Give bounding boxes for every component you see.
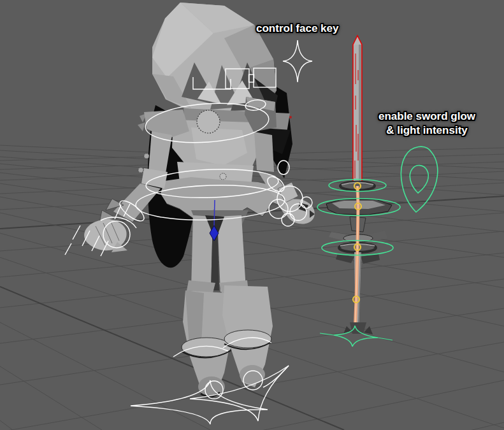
annotation-sword-glow-line1: enable sword glow [373, 110, 481, 124]
sparkle-control [283, 40, 312, 82]
boots [182, 285, 273, 397]
sword-model[interactable] [326, 36, 392, 334]
scene-canvas[interactable] [0, 0, 504, 430]
annotation-sword-glow-line2: & light intensity [373, 124, 481, 138]
annotation-face-key: control face key [256, 22, 338, 36]
viewport-3d[interactable]: control face key enable sword glow & lig… [0, 0, 504, 430]
annotation-sword-glow: enable sword glow & light intensity [373, 110, 481, 138]
chest-medallion [197, 110, 220, 133]
selection-dot-red [289, 116, 292, 118]
legs [187, 215, 248, 293]
ik-marker-blue[interactable] [214, 200, 215, 227]
